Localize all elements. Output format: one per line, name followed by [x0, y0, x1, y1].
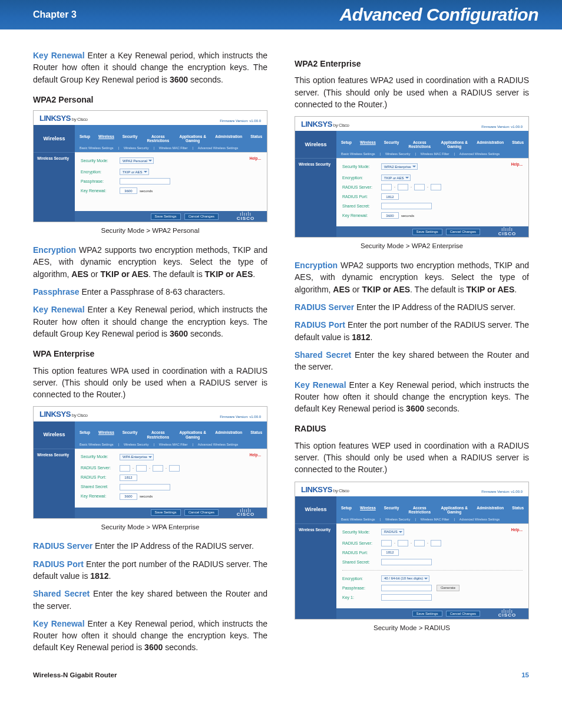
- footer-page: 15: [521, 671, 529, 678]
- help-link[interactable]: Help...: [511, 162, 523, 166]
- figure-radius: LINKSYSby CiscoFirmware Version: v1.00.0…: [295, 482, 529, 620]
- key-renewal-input[interactable]: 3600: [120, 493, 137, 500]
- help-link[interactable]: Help...: [249, 156, 261, 160]
- save-button[interactable]: Save Settings: [151, 213, 181, 220]
- nav-subtabs[interactable]: Basic Wireless Settings|Wireless Securit…: [75, 442, 267, 449]
- cancel-button[interactable]: Cancel Changes: [184, 213, 219, 220]
- encryption-select[interactable]: 40 / 64-bit (10 hex digits): [381, 575, 429, 582]
- caption-fig4: Security Mode > RADIUS: [295, 623, 529, 633]
- key-renewal-input[interactable]: 3600: [120, 187, 137, 194]
- page-title: Advanced Configuration: [340, 5, 538, 25]
- right-column: WPA2 Enterprise This option features WPA…: [295, 50, 529, 660]
- left-column: Key Renewal Enter a Key Renewal period, …: [33, 50, 267, 660]
- figure-header: LINKSYSby Cisco Firmware Version: v1.00.…: [34, 111, 267, 125]
- lbl-key-renewal: Key Renewal:: [81, 189, 120, 193]
- nav-subtabs[interactable]: Basic Wireless Settings|Wireless Securit…: [336, 516, 528, 523]
- heading-wpa2-enterprise: WPA2 Enterprise: [295, 58, 529, 70]
- page-body: Key Renewal Enter a Key Renewal period, …: [0, 29, 562, 671]
- caption-fig1: Security Mode > WPA2 Personal: [33, 226, 267, 236]
- help-link[interactable]: Help...: [511, 528, 523, 532]
- radius-port-input[interactable]: 1812: [381, 549, 399, 556]
- para-radius-port: RADIUS Port Enter the port number of the…: [33, 558, 267, 582]
- nav-subtabs[interactable]: Basic Wireless Settings| Wireless Securi…: [75, 145, 267, 152]
- para-key-renewal-1: Key Renewal Enter a Key Renewal period, …: [33, 50, 267, 85]
- lbl-passphrase: Passphrase:: [81, 179, 120, 184]
- para-radius-server: RADIUS Server Enter the IP Address of th…: [33, 540, 267, 552]
- generate-button[interactable]: Generate: [437, 585, 459, 591]
- text: seconds.: [188, 75, 223, 84]
- nav-subtabs[interactable]: Basic Wireless Settings|Wireless Securit…: [336, 151, 528, 158]
- security-mode-select[interactable]: WPA2 Personal: [120, 157, 154, 164]
- para-wpa2-enterprise-intro: This option features WPA2 used in coordi…: [295, 74, 529, 110]
- footer-product: Wireless-N Gigabit Router: [33, 671, 117, 678]
- nav-wrap: Wireless Setup Wireless Security Access …: [34, 125, 267, 152]
- radius-server-ip[interactable]: ...: [381, 540, 441, 546]
- para-radius-intro: This option features WEP used in coordin…: [295, 440, 529, 476]
- passphrase-input[interactable]: [120, 178, 170, 185]
- caption-fig3: Security Mode > WPA2 Enterprise: [295, 241, 529, 251]
- figure-wpa-enterprise: LINKSYSby CiscoFirmware Version: v1.00.0…: [33, 406, 267, 518]
- shared-secret-input[interactable]: [381, 559, 432, 565]
- cancel-button[interactable]: Cancel Changes: [446, 229, 480, 235]
- radius-port-input[interactable]: 1812: [381, 193, 399, 200]
- radius-server-ip[interactable]: ...: [381, 184, 441, 190]
- save-button[interactable]: Save Settings: [151, 509, 181, 516]
- side-label: Wireless Security: [34, 152, 75, 211]
- shared-secret-input[interactable]: [120, 484, 170, 490]
- nav-tabs[interactable]: Setup Wireless Security Access Restricti…: [75, 129, 267, 145]
- caption-fig2: Security Mode > WPA Enterprise: [33, 522, 267, 532]
- security-mode-select[interactable]: WPA Enterprise: [120, 454, 154, 460]
- para-key-renewal-r: Key Renewal Enter a Key Renewal period, …: [295, 379, 529, 415]
- para-radius-server-r: RADIUS Server Enter the IP Address of th…: [295, 301, 529, 313]
- para-shared-secret-r: Shared Secret Enter the key shared betwe…: [295, 349, 529, 373]
- security-mode-select[interactable]: RADIUS: [381, 529, 404, 535]
- figure-wpa2-personal: LINKSYSby Cisco Firmware Version: v1.00.…: [33, 110, 267, 222]
- figure-footer: Save Settings Cancel Changes ılıılı CISC…: [34, 211, 267, 222]
- passphrase-input[interactable]: [381, 585, 432, 591]
- nav-tabs[interactable]: SetupWirelessSecurityAccess Restrictions…: [336, 500, 528, 516]
- page-footer: Wireless-N Gigabit Router 15: [0, 671, 562, 690]
- save-button[interactable]: Save Settings: [412, 611, 442, 617]
- firmware-version: Firmware Version: v1.00.0: [220, 119, 261, 123]
- cancel-button[interactable]: Cancel Changes: [446, 611, 480, 617]
- para-wpa-enterprise-intro: This option features WPA used in coordin…: [33, 365, 267, 401]
- header-band: Chapter 3 Advanced Configuration: [0, 0, 562, 29]
- term: Key Renewal: [33, 51, 85, 60]
- nav-tabs[interactable]: SetupWirelessSecurityAccess Restrictions…: [75, 424, 267, 441]
- linksys-logo: LINKSYSby Cisco: [39, 114, 88, 123]
- chapter-label: Chapter 3: [33, 9, 77, 20]
- nav-tabs[interactable]: SetupWirelessSecurityAccess Restrictions…: [336, 134, 528, 151]
- key1-input[interactable]: [381, 594, 432, 601]
- para-key-renewal-2: Key Renewal Enter a Key Renewal period, …: [33, 304, 267, 340]
- para-radius-port-r: RADIUS Port Enter the port number of the…: [295, 319, 529, 343]
- nav-section: Wireless: [34, 125, 75, 152]
- para-encryption-r: Encryption WPA2 supports two encryption …: [295, 259, 529, 295]
- save-button[interactable]: Save Settings: [412, 229, 442, 235]
- heading-radius: RADIUS: [295, 423, 529, 434]
- para-passphrase: Passphrase Enter a Passphrase of 8-63 ch…: [33, 286, 267, 298]
- shared-secret-input[interactable]: [381, 203, 432, 209]
- cisco-logo: ılıılı CISCO: [229, 212, 262, 220]
- key-renewal-input[interactable]: 3600: [381, 212, 399, 219]
- help-link[interactable]: Help...: [249, 453, 261, 457]
- heading-wpa-enterprise: WPA Enterprise: [33, 348, 267, 360]
- para-shared-secret: Shared Secret Enter the key shared betwe…: [33, 588, 267, 612]
- security-mode-select[interactable]: WPA2 Enterprise: [381, 163, 418, 170]
- lbl-encryption: Encryption:: [81, 170, 120, 174]
- bold: 3600: [170, 75, 188, 84]
- encryption-select[interactable]: TKIP or AES: [120, 169, 149, 175]
- radius-port-input[interactable]: 1812: [120, 475, 137, 481]
- radius-server-ip[interactable]: ...: [120, 465, 180, 472]
- heading-wpa2-personal: WPA2 Personal: [33, 94, 267, 106]
- para-key-renewal-3: Key Renewal Enter a Key Renewal period, …: [33, 618, 267, 654]
- para-encryption: Encryption WPA2 supports two encryption …: [33, 244, 267, 280]
- lbl-security-mode: Security Mode:: [81, 159, 120, 163]
- figure-wpa2-enterprise: LINKSYSby CiscoFirmware Version: v1.00.0…: [295, 116, 529, 238]
- unit-seconds: seconds: [140, 189, 153, 193]
- form-area: Help... Security Mode:WPA2 Personal Encr…: [75, 152, 267, 211]
- encryption-select[interactable]: TKIP or AES: [381, 174, 411, 181]
- cancel-button[interactable]: Cancel Changes: [184, 509, 219, 516]
